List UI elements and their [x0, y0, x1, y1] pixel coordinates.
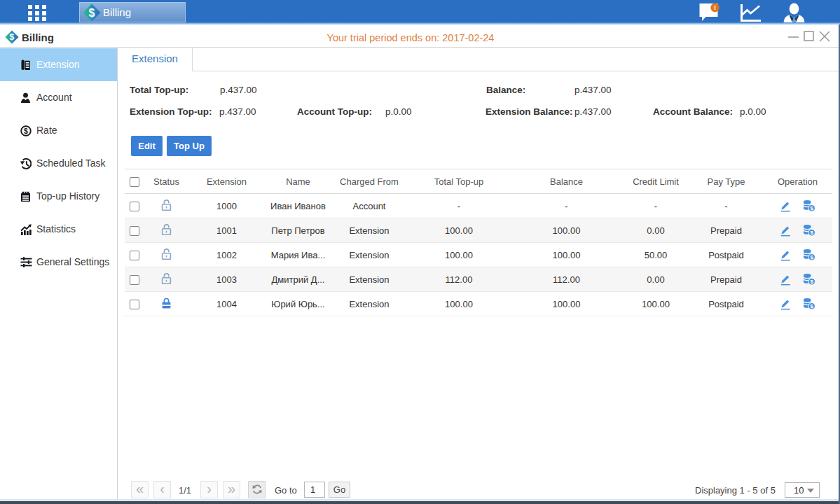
svg-text:!: ! — [714, 4, 716, 11]
svg-text:$: $ — [24, 127, 28, 135]
svg-text:$: $ — [89, 7, 95, 19]
